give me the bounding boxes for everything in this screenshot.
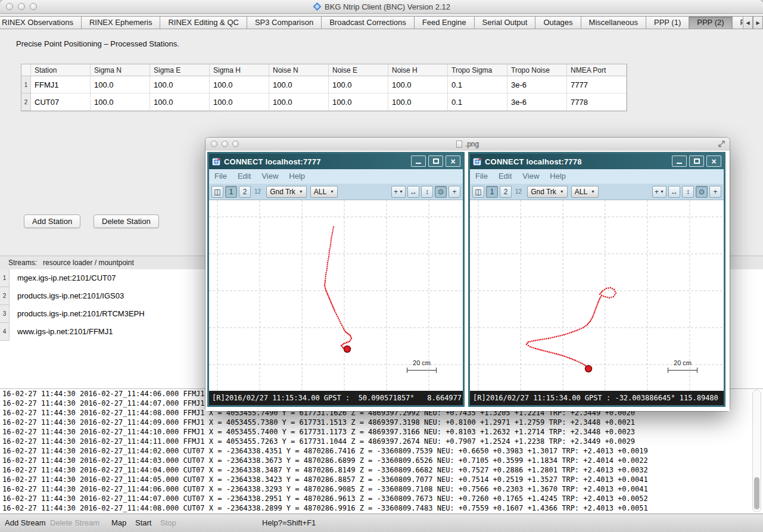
table-cell[interactable]: 3e-6 <box>507 94 567 111</box>
view-2-button[interactable]: 2 <box>500 186 512 198</box>
tab-scroll-left-button[interactable]: ◀ <box>743 16 753 29</box>
menu-edit[interactable]: Edit <box>232 172 256 181</box>
map-button[interactable]: Map <box>111 514 126 532</box>
maximize-icon <box>694 158 700 164</box>
table-cell[interactable]: 100.0 <box>329 76 388 94</box>
plot-area[interactable]: 20 cm <box>209 200 463 391</box>
view-12-button[interactable]: 12 <box>515 188 522 195</box>
stream-mountpoint: mgex.igs-ip.net:2101/CUT07 <box>10 269 116 287</box>
minimize-button[interactable] <box>411 155 426 167</box>
solution-select[interactable]: ALL▼ <box>571 186 599 198</box>
table-cell[interactable]: 100.0 <box>210 94 269 111</box>
crosshair-icon: + <box>452 188 456 196</box>
tab-rinex-ephemeris[interactable]: RINEX Ephemeris <box>81 16 160 29</box>
menu-file[interactable]: File <box>209 172 232 181</box>
tab-ppp-1-[interactable]: PPP (1) <box>646 16 689 29</box>
dock-button[interactable]: ◫ <box>472 186 484 198</box>
menu-help[interactable]: Help <box>544 172 571 181</box>
menu-help[interactable]: Help <box>284 172 310 181</box>
table-row: 2CUT07100.0100.0100.0100.0100.0100.00.13… <box>21 94 627 111</box>
plot-type-select[interactable]: Gnd Trk▼ <box>527 186 568 198</box>
tab-feed-engine[interactable]: Feed Engine <box>414 16 475 29</box>
table-cell[interactable]: 100.0 <box>150 76 210 94</box>
view-1-button[interactable]: 1 <box>225 186 237 198</box>
table-cell[interactable]: 100.0 <box>150 94 210 111</box>
table-cell[interactable]: 100.0 <box>91 94 150 111</box>
delete-stream-button: Delete Stream <box>50 514 99 532</box>
fit-vertical-button[interactable]: ↕ <box>682 186 694 198</box>
table-cell[interactable]: 100.0 <box>329 94 388 111</box>
tab-scroll-right-button[interactable]: ▶ <box>753 16 763 29</box>
table-cell[interactable]: 100.0 <box>388 94 448 111</box>
column-header: Noise H <box>388 64 448 76</box>
tab-miscellaneous[interactable]: Miscellaneous <box>581 16 646 29</box>
table-cell[interactable]: 3e-6 <box>507 76 567 94</box>
plot-type-select[interactable]: Gnd Trk▼ <box>266 186 307 198</box>
dock-button[interactable]: ◫ <box>211 186 223 198</box>
close-icon: × <box>711 157 716 166</box>
table-cell[interactable]: 0.1 <box>448 76 507 94</box>
table-cell[interactable]: 100.0 <box>91 76 150 94</box>
close-button[interactable]: × <box>706 155 721 167</box>
preview-title-center: .png <box>205 138 730 151</box>
log-line: 16-02-27 11:44:30 2016-02-27_11:44:09.00… <box>0 418 763 427</box>
center-cursor-button[interactable]: +▼ <box>391 186 406 198</box>
menu-edit[interactable]: Edit <box>493 172 517 181</box>
scroll-right-icon: ▶ <box>756 20 759 26</box>
preview-title: .png <box>465 140 479 148</box>
delete-station-button[interactable]: Delete Station <box>94 214 159 228</box>
add-station-button[interactable]: Add Station <box>24 214 80 228</box>
table-cell[interactable]: FFMJ1 <box>31 76 91 94</box>
preview-content: CONNECT localhost:7777 × File Edit View … <box>205 151 730 411</box>
center-origin-button[interactable]: ⊙ <box>696 186 708 198</box>
row-number: 1 <box>0 269 10 287</box>
track-cursor-button[interactable]: + <box>449 186 460 198</box>
scrollbar-thumb[interactable] <box>754 477 759 509</box>
track-cursor-button[interactable]: + <box>709 186 721 198</box>
start-button[interactable]: Start <box>135 514 151 532</box>
plot-area[interactable]: 20 cm <box>470 200 724 391</box>
center-cursor-button[interactable]: +▼ <box>652 186 667 198</box>
table-cell[interactable]: 100.0 <box>388 76 448 94</box>
scroll-left-icon: ◀ <box>746 20 749 26</box>
add-stream-button[interactable]: Add Stream <box>5 514 46 532</box>
tab-broadcast-corrections[interactable]: Broadcast Corrections <box>321 16 415 29</box>
tab-outages[interactable]: Outages <box>535 16 581 29</box>
menu-view[interactable]: View <box>256 172 284 181</box>
fit-vertical-button[interactable]: ↕ <box>421 186 433 198</box>
maximize-button[interactable] <box>689 155 704 167</box>
solution-select[interactable]: ALL▼ <box>310 186 338 198</box>
expand-icon[interactable] <box>718 140 725 148</box>
log-scrollbar[interactable] <box>752 390 761 512</box>
table-cell[interactable]: 7778 <box>567 94 627 111</box>
minimize-button[interactable] <box>672 155 687 167</box>
tab-serial-output[interactable]: Serial Output <box>474 16 536 29</box>
connect-window-7778: CONNECT localhost:7778 × File Edit View … <box>468 152 725 407</box>
maximize-button[interactable] <box>428 155 443 167</box>
window-title: BKG Ntrip Client (BNC) Version 2.12 <box>325 2 450 11</box>
tab-sp3-comparison[interactable]: SP3 Comparison <box>247 16 322 29</box>
view-12-button[interactable]: 12 <box>254 188 261 195</box>
log-line: 16-02-27 11:44:30 2016-02-27_11:44:10.00… <box>0 427 763 437</box>
tab-ppp-2-[interactable]: PPP (2) <box>689 16 732 29</box>
table-cell[interactable]: 100.0 <box>269 94 329 111</box>
table-cell[interactable]: CUT07 <box>31 94 91 111</box>
tab-rinex-observations[interactable]: RINEX Observations <box>0 16 82 29</box>
center-origin-button[interactable]: ⊙ <box>435 186 447 198</box>
fit-horizontal-button[interactable]: ↔ <box>668 186 680 198</box>
menu-view[interactable]: View <box>517 172 544 181</box>
fit-horizontal-button[interactable]: ↔ <box>407 186 419 198</box>
table-cell[interactable]: 100.0 <box>269 76 329 94</box>
menu-file[interactable]: File <box>470 172 493 181</box>
table-cell[interactable]: 7777 <box>567 76 627 94</box>
table-cell[interactable]: 100.0 <box>210 76 269 94</box>
column-header: Sigma N <box>91 64 150 76</box>
center-origin-icon: ⊙ <box>438 188 444 196</box>
table-cell[interactable]: 0.1 <box>448 94 507 111</box>
close-button[interactable]: × <box>446 155 460 167</box>
tab-rinex-editing-qc[interactable]: RINEX Editing & QC <box>160 16 247 29</box>
plot-toolbar: ◫ 1 2 12 Gnd Trk▼ ALL▼ +▼ ↔ ↕ ⊙ + <box>470 183 724 200</box>
tab-ppp[interactable]: PPP <box>732 16 743 29</box>
view-2-button[interactable]: 2 <box>239 186 251 198</box>
view-1-button[interactable]: 1 <box>486 186 498 198</box>
